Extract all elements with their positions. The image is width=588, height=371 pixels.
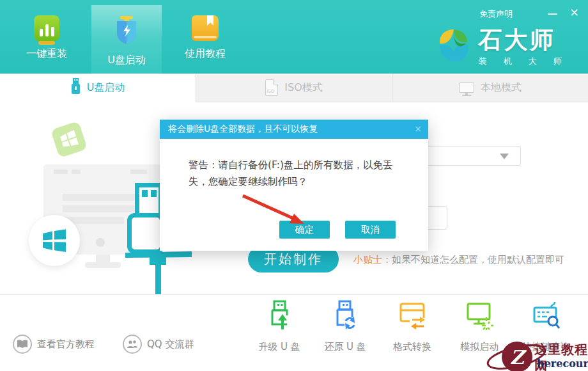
brand: 石大师 装 机 大 师: [435, 27, 569, 67]
tool-restore-usb[interactable]: 还原 U 盘: [314, 300, 376, 353]
book-icon: [192, 15, 219, 41]
tool-label: 还原 U 盘: [324, 341, 366, 353]
monitor-base: [85, 262, 121, 268]
tool-format-convert[interactable]: 格式转换: [382, 300, 443, 353]
footer-link-label: 查看官方教程: [37, 338, 95, 351]
usb-illustration-cable: [155, 264, 161, 296]
open-book-icon: [13, 335, 32, 354]
dialog-titlebar: 将会删除U盘全部数据，且不可以恢复 ×: [160, 120, 428, 139]
simulate-boot-icon: [465, 300, 493, 336]
dialog-title-text: 将会删除U盘全部数据，且不可以恢复: [168, 123, 318, 135]
shield-lightning-icon: [112, 15, 141, 47]
confirm-dialog: 将会删除U盘全部数据，且不可以恢复 × 警告：请自行备份(F:)盘上的所有数据，…: [160, 120, 428, 251]
tip-text: 小贴士：如果不知道怎么配置，使用默认配置即可: [353, 254, 564, 266]
tool-label: 格式转换: [393, 341, 431, 353]
nav-item-label: U盘启动: [107, 54, 146, 67]
nav-item-label: 一键重装: [26, 47, 67, 61]
dialog-message: 警告：请自行备份(F:)盘上的所有数据，以免丢失，您确定要继续制作吗？: [189, 157, 411, 190]
iso-file-icon: ISO: [265, 79, 278, 96]
official-tutorial-link[interactable]: 查看官方教程: [13, 335, 95, 354]
tab-iso-mode[interactable]: ISO ISO模式: [196, 74, 392, 102]
chart-bars-icon: [34, 15, 59, 41]
windows-tile-icon: [50, 121, 88, 158]
disclaimer-link[interactable]: 免责声明: [479, 8, 513, 20]
tool-simulate-boot[interactable]: 模拟启动: [449, 300, 510, 353]
close-icon[interactable]: ×: [569, 5, 579, 19]
usb-restore-icon: [333, 300, 357, 336]
usb-illustration-plug: [135, 183, 163, 217]
tip-label: 小贴士：: [353, 254, 392, 265]
format-convert-icon: [398, 300, 426, 336]
tool-upgrade-usb[interactable]: 升级 U 盘: [249, 300, 310, 353]
nav-item-label: 使用教程: [185, 47, 226, 61]
tool-hotkey-query[interactable]: 快捷键查询: [516, 300, 577, 353]
monitor-icon: [459, 83, 474, 93]
app-window: 一键重装 U盘启动 使用教程 免责声明 ×: [0, 0, 588, 371]
tab-label: ISO模式: [284, 81, 322, 95]
tab-label: 本地模式: [481, 81, 522, 95]
minimize-icon[interactable]: [548, 13, 557, 15]
people-group-icon: [123, 335, 142, 354]
tool-label: 模拟启动: [460, 341, 499, 353]
brand-name: 石大师: [479, 27, 569, 54]
nav-item-tutorial[interactable]: 使用教程: [170, 15, 240, 61]
brand-tagline: 装 机 大 师: [479, 56, 569, 67]
hotkey-query-icon: [532, 300, 561, 336]
tool-label: 升级 U 盘: [258, 341, 300, 353]
tab-local-mode[interactable]: 本地模式: [392, 74, 588, 102]
qq-group-link[interactable]: QQ 交流群: [123, 335, 194, 354]
windows-logo-badge: [29, 215, 80, 266]
nav-item-usb-boot[interactable]: U盘启动: [91, 15, 162, 67]
header: 一键重装 U盘启动 使用教程 免责声明 ×: [0, 0, 588, 74]
usb-illustration-body: [127, 213, 164, 254]
tab-usb-boot[interactable]: U盘启动: [0, 74, 196, 102]
tab-label: U盘启动: [87, 81, 125, 95]
nav-item-one-key-reinstall[interactable]: 一键重装: [12, 15, 82, 61]
cancel-button[interactable]: 取消: [345, 221, 396, 239]
footer-link-label: QQ 交流群: [147, 338, 194, 351]
ok-button[interactable]: 确定: [279, 221, 330, 239]
dialog-close-icon[interactable]: ×: [414, 123, 422, 134]
usb-drive-icon: [71, 78, 81, 97]
footer: 查看官方教程 QQ 交流群: [0, 294, 588, 371]
usb-upgrade-icon: [267, 300, 291, 336]
chevron-down-icon: [500, 154, 509, 159]
brand-logo-icon: [435, 27, 472, 67]
mode-tabbar: U盘启动 ISO ISO模式 本地模式: [0, 74, 588, 102]
tool-label: 快捷键查询: [523, 341, 571, 353]
